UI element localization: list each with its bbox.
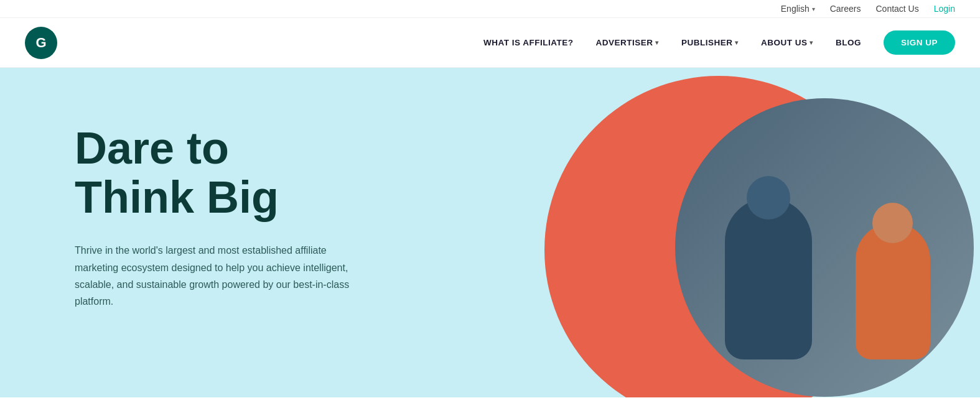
hero-subtitle: Thrive in the world's largest and most e…: [75, 242, 361, 310]
advertiser-caret-icon: ▾: [655, 39, 659, 46]
nav-link-what-is-affiliate[interactable]: WHAT IS AFFILIATE?: [483, 38, 573, 47]
publisher-caret-icon: ▾: [735, 39, 739, 46]
logo[interactable]: G: [25, 27, 57, 59]
person-right-body: [856, 223, 930, 359]
hero-section: Dare to Think Big Thrive in the world's …: [0, 68, 980, 397]
about-us-caret-icon: ▾: [810, 39, 813, 46]
language-chevron-icon: ▾: [812, 6, 815, 12]
hero-title: Dare to Think Big: [75, 124, 361, 222]
language-label: English: [781, 4, 810, 14]
logo-letter: G: [35, 35, 46, 51]
person-right-head: [872, 203, 913, 243]
hero-circle-photo: [675, 98, 974, 397]
nav-links: WHAT IS AFFILIATE? ADVERTISER ▾ PUBLISHE…: [483, 30, 955, 55]
person-left-body: [725, 198, 812, 359]
nav-item-signup[interactable]: SIGN UP: [884, 30, 955, 55]
bottom-section: Expect Bigger Results: [0, 397, 980, 403]
hero-text: Dare to Think Big Thrive in the world's …: [75, 111, 361, 310]
main-nav: G WHAT IS AFFILIATE? ADVERTISER ▾ PUBLIS…: [0, 18, 980, 68]
nav-link-about-us[interactable]: ABOUT US ▾: [761, 38, 813, 47]
language-selector[interactable]: English ▾: [781, 4, 815, 14]
person-left-head: [747, 176, 790, 220]
signup-button[interactable]: SIGN UP: [884, 30, 955, 55]
nav-link-publisher[interactable]: PUBLISHER ▾: [681, 38, 739, 47]
careers-link[interactable]: Careers: [830, 4, 861, 14]
nav-item-what-is-affiliate[interactable]: WHAT IS AFFILIATE?: [483, 38, 573, 47]
hero-image-area: [557, 68, 980, 397]
nav-item-advertiser[interactable]: ADVERTISER ▾: [595, 38, 659, 47]
contact-link[interactable]: Contact Us: [875, 4, 918, 14]
nav-link-blog[interactable]: BLOG: [836, 38, 861, 47]
nav-item-publisher[interactable]: PUBLISHER ▾: [681, 38, 739, 47]
login-link[interactable]: Login: [934, 4, 955, 14]
logo-icon: G: [25, 27, 57, 59]
nav-item-about-us[interactable]: ABOUT US ▾: [761, 38, 813, 47]
nav-link-advertiser[interactable]: ADVERTISER ▾: [595, 38, 659, 47]
top-bar: English ▾ Careers Contact Us Login: [0, 0, 980, 18]
nav-item-blog[interactable]: BLOG: [836, 38, 861, 47]
